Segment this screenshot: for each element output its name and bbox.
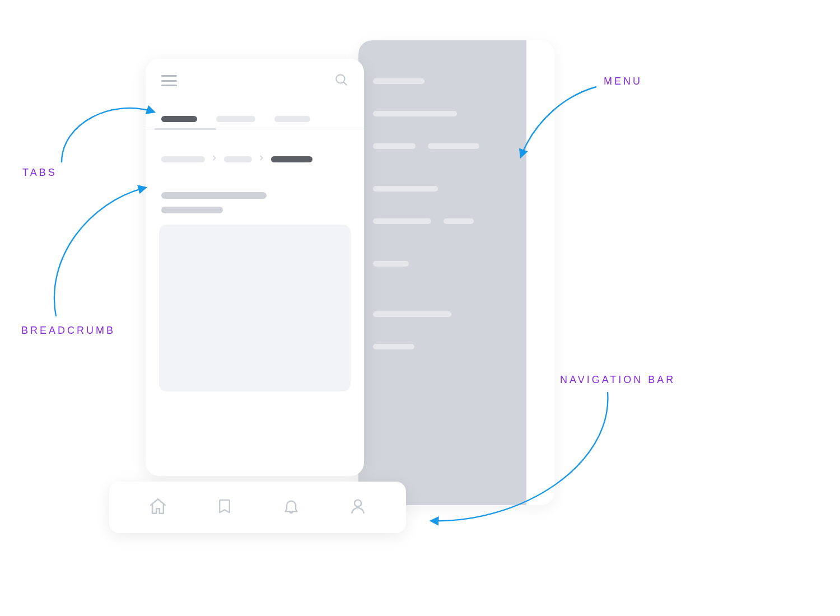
chevron-right-icon xyxy=(211,154,218,164)
tab-item[interactable] xyxy=(216,116,255,122)
tab-underline xyxy=(155,128,216,130)
tab-item[interactable] xyxy=(274,116,310,122)
phone-main-mock xyxy=(146,59,364,476)
menu-item[interactable] xyxy=(373,344,414,349)
bell-icon[interactable] xyxy=(282,497,300,518)
label-navigation-bar: NAVIGATION BAR xyxy=(560,374,675,386)
label-tabs: TABS xyxy=(22,167,57,179)
menu-item[interactable] xyxy=(444,218,474,224)
breadcrumb-segment[interactable] xyxy=(224,156,252,162)
svg-point-2 xyxy=(354,500,361,507)
user-icon[interactable] xyxy=(349,497,367,518)
chevron-right-icon xyxy=(258,154,265,164)
tabs xyxy=(146,99,364,129)
content-card xyxy=(159,225,351,391)
breadcrumb xyxy=(146,129,364,170)
menu-item[interactable] xyxy=(373,261,409,267)
diagram-stage: TABS BREADCRUMB MENU NAVIGATION BAR xyxy=(0,0,717,549)
menu-item[interactable] xyxy=(428,143,479,149)
navigation-bar xyxy=(109,482,406,533)
menu-item[interactable] xyxy=(373,311,451,317)
phone-menu-mock xyxy=(358,40,554,505)
home-icon[interactable] xyxy=(148,497,167,518)
tab-item[interactable] xyxy=(161,116,197,122)
search-icon[interactable] xyxy=(334,72,348,89)
bookmark-icon[interactable] xyxy=(216,497,233,518)
label-breadcrumb: BREADCRUMB xyxy=(21,325,115,337)
svg-line-1 xyxy=(344,82,347,85)
breadcrumb-segment[interactable] xyxy=(161,156,205,162)
hamburger-icon[interactable] xyxy=(161,75,177,86)
menu-item[interactable] xyxy=(373,143,416,149)
menu-item[interactable] xyxy=(373,78,424,84)
menu-item[interactable] xyxy=(373,186,438,192)
menu-item[interactable] xyxy=(373,218,431,224)
menu-drawer[interactable] xyxy=(358,40,526,505)
content-heading xyxy=(146,170,364,213)
menu-item[interactable] xyxy=(373,111,457,116)
label-menu: MENU xyxy=(604,76,642,87)
breadcrumb-segment-current xyxy=(271,156,312,162)
